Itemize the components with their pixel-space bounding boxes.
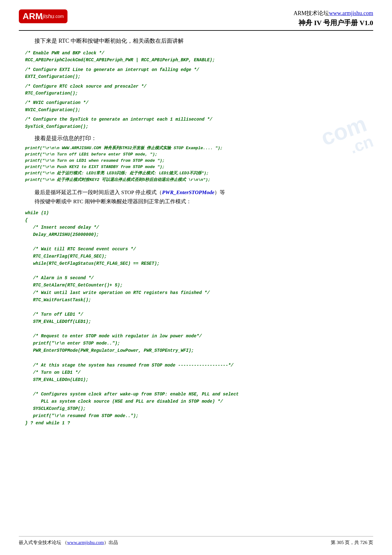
section-label: 接着是提示信息的打印： — [35, 134, 367, 142]
page-container: ARM jishu .com ARM技术论坛www.armjishu.com 神… — [0, 0, 392, 555]
logo-jishu: jishu — [43, 13, 54, 20]
pwr-function: PWR_EnterSTOPMode — [162, 189, 214, 195]
intro-text: 接下来是 RTC 中断和按键中断初始化，相关函数在后面讲解 — [35, 37, 367, 45]
logo-com: .com — [54, 14, 64, 19]
header-right: ARM技术论坛www.armjishu.com 神舟 IV 号用户手册 V1.0 — [293, 9, 373, 28]
manual-title: 神舟 IV 号用户手册 V1.0 — [293, 18, 373, 28]
code-block-1: /* Enable PWR and BKP clock */ RCC_APB1P… — [25, 50, 367, 64]
footer-url-link[interactable]: www.armjishu.com — [67, 540, 104, 545]
footer-left: 嵌入式专业技术论坛 （www.armjishu.com）出品 — [19, 540, 118, 546]
logo-area: ARM jishu .com — [19, 9, 88, 23]
logo-box: ARM jishu .com — [19, 9, 67, 23]
code-block-2: /* Configure EXTI Line to generate an in… — [25, 66, 367, 80]
forum-url-link[interactable]: www.armjishu.com — [329, 10, 373, 16]
header: ARM jishu .com ARM技术论坛www.armjishu.com 神… — [19, 9, 373, 31]
forum-name: ARM技术论坛www.armjishu.com — [293, 9, 373, 17]
code-block-4: /* NVIC configuration */ NVIC_Configurat… — [25, 99, 367, 113]
content-area: 接下来是 RTC 中断和按键中断初始化，相关函数在后面讲解 /* Enable … — [19, 37, 373, 427]
footer: 嵌入式专业技术论坛 （www.armjishu.com）出品 第 305 页，共… — [19, 536, 373, 546]
printf-block: printf("\r\n\n WWW.ARMJISHU.COM 神舟系列STM3… — [25, 145, 367, 183]
code-block-5: /* Configure the SysTick to generate an … — [25, 116, 367, 130]
main-text: 最后是循环延迟工作一段时间后进入 STOP 停止模式（PWR_EnterSTOP… — [35, 188, 367, 206]
while-block: while (1) { /* Insert second delay */ De… — [25, 209, 367, 427]
footer-right: 第 305 页，共 726 页 — [331, 540, 373, 546]
code-block-3: /* Configure RTC clock source and presca… — [25, 83, 367, 97]
logo-arm: ARM — [23, 11, 43, 21]
